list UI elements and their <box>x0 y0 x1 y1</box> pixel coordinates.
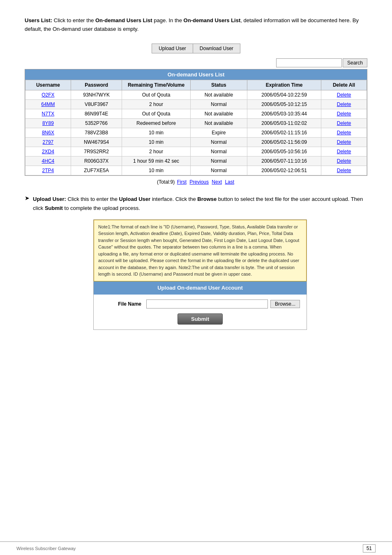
submit-row: Submit <box>100 313 300 325</box>
intro-paragraph: Users List: Click to enter the On-demand… <box>25 16 367 34</box>
cell-delete: Delete <box>321 109 367 118</box>
delete-link[interactable]: Delete <box>337 92 351 98</box>
upload-user-description: Upload User: Click this to enter the Upl… <box>33 195 367 330</box>
delete-link[interactable]: Delete <box>337 158 351 164</box>
cell-username: Q2FX <box>25 90 71 99</box>
cell-remaining: 2 hour <box>122 147 190 156</box>
table-row: 4HC4R006G37X1 hour 59 min 42 secNormal20… <box>25 156 367 166</box>
file-input-area: Browse... <box>146 299 300 309</box>
upload-desc-text2: interface. Click the <box>150 196 197 202</box>
username-link[interactable]: Q2FX <box>42 92 54 98</box>
table-row: 2797NW4679S410 minNormal2006/05/02-11:56… <box>25 137 367 147</box>
first-page-link[interactable]: First <box>177 179 187 185</box>
cell-username: N7TX <box>25 109 71 118</box>
submit-button[interactable]: Submit <box>178 313 223 325</box>
delete-link[interactable]: Delete <box>337 149 351 154</box>
browse-button[interactable]: Browse... <box>270 300 300 308</box>
delete-link[interactable]: Delete <box>337 130 351 136</box>
table-row: Q2FX93NH7WYKOut of QoutaNot available200… <box>25 90 367 99</box>
username-link[interactable]: 2TP4 <box>42 168 54 173</box>
ondemand-list-ref1: On-demand Users List <box>95 17 152 23</box>
table-row: 2TP4ZUF7XE5A10 minNormal2006/05/02-12:06… <box>25 166 367 175</box>
cell-expiration: 2006/05/05-10:56:16 <box>247 147 321 156</box>
cell-delete: Delete <box>321 118 367 128</box>
cell-status: Normal <box>190 166 247 175</box>
table-row: 2XD47R9S2RR22 hourNormal2006/05/05-10:56… <box>25 147 367 156</box>
delete-link[interactable]: Delete <box>337 120 351 126</box>
cell-remaining: Redeemed before <box>122 118 190 128</box>
username-link[interactable]: 8N6X <box>42 130 54 136</box>
table-row: N7TX86N99T4EOut of QoutaNot available200… <box>25 109 367 118</box>
col-remaining: Remaining Time/Volume <box>122 80 190 90</box>
cell-status: Expire <box>190 128 247 137</box>
delete-link[interactable]: Delete <box>337 139 351 145</box>
username-link[interactable]: N7TX <box>42 111 55 117</box>
cell-delete: Delete <box>321 147 367 156</box>
search-row: Search <box>25 58 367 67</box>
cell-expiration: 2006/05/07-11:10:16 <box>247 156 321 166</box>
cell-delete: Delete <box>321 99 367 109</box>
upload-form-title: Upload On-demand User Account <box>94 281 307 295</box>
table-row: 64MMV8UF39672 hourNormal2006/05/05-10:12… <box>25 99 367 109</box>
cell-password: NW4679S4 <box>71 137 122 147</box>
cell-expiration: 2006/05/04-10:22:59 <box>247 90 321 99</box>
table-row: 8N6X788VZ3B810 minExpire2006/05/02-11:15… <box>25 128 367 137</box>
table-row: 8Y895352P766Redeemed beforeNot available… <box>25 118 367 128</box>
cell-username: 2TP4 <box>25 166 71 175</box>
file-name-label: File Name <box>100 300 141 308</box>
previous-page-link[interactable]: Previous <box>189 179 209 185</box>
cell-password: 788VZ3B8 <box>71 128 122 137</box>
file-name-row: File Name Browse... <box>100 299 300 309</box>
cell-password: 93NH7WYK <box>71 90 122 99</box>
next-page-link[interactable]: Next <box>212 179 222 185</box>
cell-remaining: Out of Qouta <box>122 109 190 118</box>
username-link[interactable]: 2797 <box>43 139 54 145</box>
browse-bold: Browse <box>197 196 217 202</box>
cell-status: Not available <box>190 90 247 99</box>
upload-user-button[interactable]: Upload User <box>152 44 193 53</box>
cell-expiration: 2006/05/02-11:56:09 <box>247 137 321 147</box>
search-button[interactable]: Search <box>343 58 367 67</box>
intro-text-2: page. In the <box>152 17 184 23</box>
cell-remaining: 1 hour 59 min 42 sec <box>122 156 190 166</box>
cell-username: 2797 <box>25 137 71 147</box>
delete-link[interactable]: Delete <box>337 101 351 107</box>
delete-link[interactable]: Delete <box>337 168 351 173</box>
cell-remaining: 10 min <box>122 128 190 137</box>
upload-desc-text1: Click this to enter the <box>68 196 119 202</box>
table-title: On-demand Users List <box>25 69 367 80</box>
col-password: Password <box>71 80 122 90</box>
username-link[interactable]: 64MM <box>41 101 55 107</box>
cell-password: ZUF7XE5A <box>71 166 122 175</box>
cell-username: 64MM <box>25 99 71 109</box>
cell-expiration: 2006/05/02-11:15:16 <box>247 128 321 137</box>
delete-link[interactable]: Delete <box>337 111 351 117</box>
total-count: (Total:9) <box>157 179 175 185</box>
download-user-button[interactable]: Download User <box>193 44 240 53</box>
cell-status: Not available <box>190 118 247 128</box>
cell-remaining: 10 min <box>122 137 190 147</box>
upload-form-container: Note1:The format of each line is "ID (Us… <box>93 219 307 330</box>
top-button-group: Upload User Download User <box>25 44 367 53</box>
cell-expiration: 2006/05/03-10:35:44 <box>247 109 321 118</box>
cell-status: Normal <box>190 137 247 147</box>
col-delete-all[interactable]: Delete All <box>321 80 367 90</box>
cell-password: 7R9S2RR2 <box>71 147 122 156</box>
username-link[interactable]: 2XD4 <box>42 149 54 154</box>
username-link[interactable]: 8Y89 <box>42 120 54 126</box>
users-list-label: Users List: <box>25 17 52 23</box>
search-input[interactable] <box>276 58 342 67</box>
cell-password: V8UF3967 <box>71 99 122 109</box>
cell-expiration: 2006/05/02-12:06:51 <box>247 166 321 175</box>
cell-delete: Delete <box>321 156 367 166</box>
cell-status: Normal <box>190 99 247 109</box>
submit-bold: Submit <box>45 205 63 211</box>
file-name-input[interactable] <box>146 299 268 309</box>
last-page-link[interactable]: Last <box>225 179 234 185</box>
username-link[interactable]: 4HC4 <box>42 158 55 164</box>
pagination: (Total:9) First Previous Next Last <box>25 179 367 185</box>
cell-username: 8N6X <box>25 128 71 137</box>
col-status: Status <box>190 80 247 90</box>
cell-delete: Delete <box>321 166 367 175</box>
col-expiration: Expiration Time <box>247 80 321 90</box>
